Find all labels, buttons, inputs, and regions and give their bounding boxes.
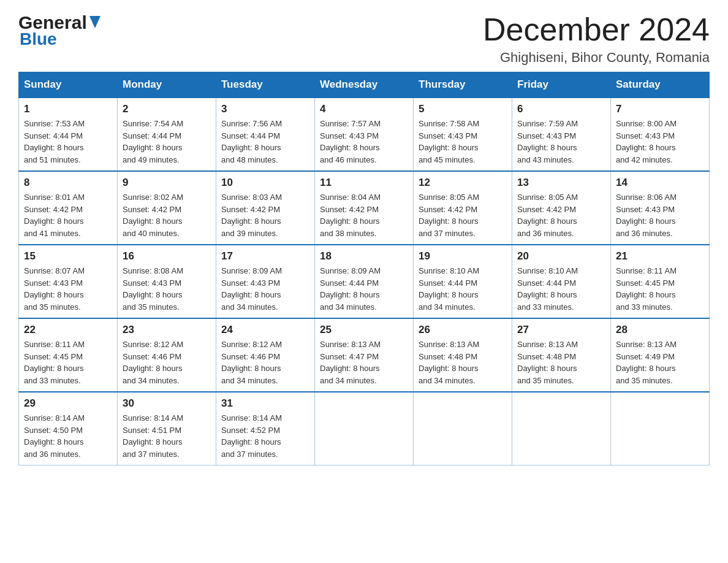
- day-info: Sunrise: 8:14 AMSunset: 4:50 PMDaylight:…: [24, 412, 112, 460]
- day-info: Sunrise: 8:01 AMSunset: 4:42 PMDaylight:…: [24, 191, 112, 239]
- day-number: 17: [221, 250, 309, 262]
- day-number: 7: [616, 103, 704, 115]
- day-info: Sunrise: 8:11 AMSunset: 4:45 PMDaylight:…: [616, 265, 704, 313]
- table-row: [315, 392, 414, 465]
- table-row: 8Sunrise: 8:01 AMSunset: 4:42 PMDaylight…: [19, 171, 118, 245]
- calendar-table: Sunday Monday Tuesday Wednesday Thursday…: [18, 72, 710, 465]
- day-number: 25: [320, 324, 408, 336]
- day-info: Sunrise: 8:00 AMSunset: 4:43 PMDaylight:…: [616, 118, 704, 166]
- day-info: Sunrise: 8:11 AMSunset: 4:45 PMDaylight:…: [24, 339, 112, 386]
- day-info: Sunrise: 8:12 AMSunset: 4:46 PMDaylight:…: [123, 339, 211, 386]
- day-number: 28: [616, 324, 704, 336]
- calendar-header-row: Sunday Monday Tuesday Wednesday Thursday…: [19, 72, 710, 98]
- day-number: 6: [517, 103, 605, 115]
- day-info: Sunrise: 8:05 AMSunset: 4:42 PMDaylight:…: [419, 191, 507, 239]
- day-info: Sunrise: 8:13 AMSunset: 4:48 PMDaylight:…: [517, 339, 605, 386]
- calendar-week-row: 29Sunrise: 8:14 AMSunset: 4:50 PMDayligh…: [19, 392, 710, 465]
- header-friday: Friday: [512, 72, 611, 98]
- day-info: Sunrise: 7:53 AMSunset: 4:44 PMDaylight:…: [24, 118, 112, 166]
- table-row: 27Sunrise: 8:13 AMSunset: 4:48 PMDayligh…: [512, 318, 611, 392]
- month-title: December 2024: [483, 12, 710, 47]
- table-row: 2Sunrise: 7:54 AMSunset: 4:44 PMDaylight…: [118, 98, 216, 171]
- day-number: 21: [616, 250, 704, 262]
- day-info: Sunrise: 7:58 AMSunset: 4:43 PMDaylight:…: [419, 118, 507, 166]
- day-number: 11: [320, 177, 408, 189]
- table-row: 10Sunrise: 8:03 AMSunset: 4:42 PMDayligh…: [216, 171, 315, 245]
- table-row: 1Sunrise: 7:53 AMSunset: 4:44 PMDaylight…: [19, 98, 118, 171]
- calendar-week-row: 1Sunrise: 7:53 AMSunset: 4:44 PMDaylight…: [19, 98, 710, 171]
- header-wednesday: Wednesday: [315, 72, 414, 98]
- logo-blue-text: Blue: [20, 29, 57, 49]
- svg-marker-0: [89, 16, 100, 28]
- day-info: Sunrise: 8:04 AMSunset: 4:42 PMDaylight:…: [320, 191, 408, 239]
- header-monday: Monday: [118, 72, 216, 98]
- day-info: Sunrise: 7:57 AMSunset: 4:43 PMDaylight:…: [320, 118, 408, 166]
- table-row: 12Sunrise: 8:05 AMSunset: 4:42 PMDayligh…: [414, 171, 512, 245]
- day-number: 29: [24, 397, 112, 410]
- table-row: 14Sunrise: 8:06 AMSunset: 4:43 PMDayligh…: [611, 171, 710, 245]
- table-row: [611, 392, 710, 465]
- day-number: 20: [517, 250, 605, 262]
- table-row: 4Sunrise: 7:57 AMSunset: 4:43 PMDaylight…: [315, 98, 414, 171]
- table-row: 22Sunrise: 8:11 AMSunset: 4:45 PMDayligh…: [19, 318, 118, 392]
- day-number: 14: [616, 177, 704, 189]
- day-info: Sunrise: 8:14 AMSunset: 4:51 PMDaylight:…: [123, 412, 211, 460]
- day-info: Sunrise: 8:09 AMSunset: 4:43 PMDaylight:…: [221, 265, 309, 313]
- day-info: Sunrise: 7:54 AMSunset: 4:44 PMDaylight:…: [123, 118, 211, 166]
- header-tuesday: Tuesday: [216, 72, 315, 98]
- day-info: Sunrise: 8:09 AMSunset: 4:44 PMDaylight:…: [320, 265, 408, 313]
- table-row: 6Sunrise: 7:59 AMSunset: 4:43 PMDaylight…: [512, 98, 611, 171]
- day-number: 27: [517, 324, 605, 336]
- day-info: Sunrise: 8:10 AMSunset: 4:44 PMDaylight:…: [419, 265, 507, 313]
- day-number: 5: [419, 103, 507, 115]
- table-row: 19Sunrise: 8:10 AMSunset: 4:44 PMDayligh…: [414, 245, 512, 318]
- table-row: 24Sunrise: 8:12 AMSunset: 4:46 PMDayligh…: [216, 318, 315, 392]
- header-sunday: Sunday: [19, 72, 118, 98]
- day-number: 10: [221, 177, 309, 189]
- day-number: 18: [320, 250, 408, 262]
- day-number: 9: [123, 177, 211, 189]
- table-row: 29Sunrise: 8:14 AMSunset: 4:50 PMDayligh…: [19, 392, 118, 465]
- day-number: 26: [419, 324, 507, 336]
- day-info: Sunrise: 8:03 AMSunset: 4:42 PMDaylight:…: [221, 191, 309, 239]
- day-number: 2: [123, 103, 211, 115]
- logo: General Blue: [18, 12, 100, 49]
- table-row: 26Sunrise: 8:13 AMSunset: 4:48 PMDayligh…: [414, 318, 512, 392]
- table-row: 7Sunrise: 8:00 AMSunset: 4:43 PMDaylight…: [611, 98, 710, 171]
- day-info: Sunrise: 8:13 AMSunset: 4:48 PMDaylight:…: [419, 339, 507, 386]
- table-row: 28Sunrise: 8:13 AMSunset: 4:49 PMDayligh…: [611, 318, 710, 392]
- calendar-week-row: 8Sunrise: 8:01 AMSunset: 4:42 PMDaylight…: [19, 171, 710, 245]
- location-title: Ghighiseni, Bihor County, Romania: [483, 50, 710, 66]
- day-number: 8: [24, 177, 112, 189]
- day-info: Sunrise: 7:59 AMSunset: 4:43 PMDaylight:…: [517, 118, 605, 166]
- day-info: Sunrise: 8:12 AMSunset: 4:46 PMDaylight:…: [221, 339, 309, 386]
- table-row: 23Sunrise: 8:12 AMSunset: 4:46 PMDayligh…: [118, 318, 216, 392]
- table-row: 20Sunrise: 8:10 AMSunset: 4:44 PMDayligh…: [512, 245, 611, 318]
- day-number: 19: [419, 250, 507, 262]
- day-info: Sunrise: 8:02 AMSunset: 4:42 PMDaylight:…: [123, 191, 211, 239]
- day-number: 4: [320, 103, 408, 115]
- day-number: 3: [221, 103, 309, 115]
- day-info: Sunrise: 8:06 AMSunset: 4:43 PMDaylight:…: [616, 191, 704, 239]
- table-row: 17Sunrise: 8:09 AMSunset: 4:43 PMDayligh…: [216, 245, 315, 318]
- table-row: 18Sunrise: 8:09 AMSunset: 4:44 PMDayligh…: [315, 245, 414, 318]
- day-number: 23: [123, 324, 211, 336]
- day-number: 30: [123, 397, 211, 410]
- day-number: 24: [221, 324, 309, 336]
- header-thursday: Thursday: [414, 72, 512, 98]
- calendar-week-row: 15Sunrise: 8:07 AMSunset: 4:43 PMDayligh…: [19, 245, 710, 318]
- title-section: December 2024 Ghighiseni, Bihor County, …: [483, 12, 710, 66]
- day-number: 16: [123, 250, 211, 262]
- table-row: 13Sunrise: 8:05 AMSunset: 4:42 PMDayligh…: [512, 171, 611, 245]
- table-row: 9Sunrise: 8:02 AMSunset: 4:42 PMDaylight…: [118, 171, 216, 245]
- day-info: Sunrise: 8:07 AMSunset: 4:43 PMDaylight:…: [24, 265, 112, 313]
- day-number: 13: [517, 177, 605, 189]
- day-info: Sunrise: 8:13 AMSunset: 4:49 PMDaylight:…: [616, 339, 704, 386]
- header-saturday: Saturday: [611, 72, 710, 98]
- table-row: 5Sunrise: 7:58 AMSunset: 4:43 PMDaylight…: [414, 98, 512, 171]
- logo-triangle-icon: [89, 16, 100, 29]
- table-row: 3Sunrise: 7:56 AMSunset: 4:44 PMDaylight…: [216, 98, 315, 171]
- day-info: Sunrise: 8:13 AMSunset: 4:47 PMDaylight:…: [320, 339, 408, 386]
- day-number: 15: [24, 250, 112, 262]
- table-row: [414, 392, 512, 465]
